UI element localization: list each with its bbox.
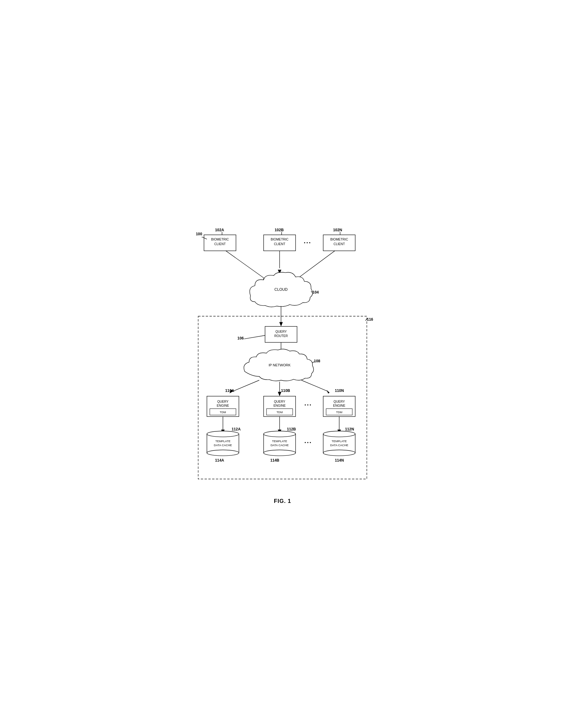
ref-108-label: 108 <box>314 359 320 363</box>
svg-point-76 <box>323 431 355 437</box>
figure-label: FIG. 1 <box>181 498 384 504</box>
svg-point-66 <box>207 450 239 456</box>
svg-text:TEMPLATE: TEMPLATE <box>215 439 230 443</box>
svg-text:ENGINE: ENGINE <box>274 404 286 407</box>
svg-text:TDM: TDM <box>276 410 283 414</box>
svg-text:TDM: TDM <box>220 410 226 414</box>
ref-114a-label: 114A <box>215 458 224 463</box>
svg-text:CLIENT: CLIENT <box>333 242 345 246</box>
svg-text:ENGINE: ENGINE <box>217 404 229 407</box>
svg-text:BIOMETRIC: BIOMETRIC <box>271 238 289 241</box>
ref-116-label: 116 <box>367 317 373 322</box>
svg-point-71 <box>264 450 296 456</box>
template-cache-112a: TEMPLATE DATA CACHE <box>207 431 239 456</box>
svg-text:QUERY: QUERY <box>334 400 345 403</box>
svg-point-70 <box>264 431 296 437</box>
template-cache-112n: TEMPLATE DATA CACHE <box>323 431 355 456</box>
ref-112a-label: 112A <box>232 427 241 431</box>
ref-102b-label: 102B <box>275 228 284 232</box>
ref-110n-label: 110N <box>335 389 344 393</box>
ref-102n-label: 102N <box>333 228 342 232</box>
svg-text:IP NETWORK: IP NETWORK <box>269 363 291 367</box>
template-cache-112b: TEMPLATE DATA CACHE <box>264 431 296 456</box>
ref-114n-label: 114N <box>335 458 344 463</box>
ref-110b-label: 110B <box>281 389 290 393</box>
svg-text:DATA CACHE: DATA CACHE <box>330 443 348 447</box>
diagram-container: BIOMETRIC CLIENT BIOMETRIC CLIENT • • • … <box>175 205 390 523</box>
ref-114b-label: 114B <box>270 458 279 463</box>
svg-text:DATA CACHE: DATA CACHE <box>270 443 289 447</box>
diagram-svg: BIOMETRIC CLIENT BIOMETRIC CLIENT • • • … <box>181 217 384 494</box>
ref-100-label: 100 <box>196 232 202 236</box>
svg-text:CLIENT: CLIENT <box>274 242 286 246</box>
svg-text:CLIENT: CLIENT <box>214 242 226 246</box>
ref-110a-label: 110A <box>225 389 234 393</box>
svg-text:• • •: • • • <box>304 241 311 245</box>
svg-point-77 <box>323 450 355 456</box>
svg-text:TEMPLATE: TEMPLATE <box>272 439 287 443</box>
ref-102a-label: 102A <box>215 228 224 232</box>
svg-text:BIOMETRIC: BIOMETRIC <box>211 238 229 241</box>
svg-text:QUERY: QUERY <box>274 400 285 403</box>
svg-text:DATA CACHE: DATA CACHE <box>214 443 232 447</box>
svg-text:ENGINE: ENGINE <box>333 404 345 407</box>
svg-text:BIOMETRIC: BIOMETRIC <box>330 238 348 241</box>
svg-text:CLOUD: CLOUD <box>274 287 288 292</box>
svg-text:ROUTER: ROUTER <box>274 335 288 338</box>
svg-text:TDM: TDM <box>336 410 343 414</box>
svg-text:QUERY: QUERY <box>275 330 287 333</box>
svg-text:• • •: • • • <box>304 441 311 445</box>
ref-112b-label: 112B <box>287 427 296 431</box>
svg-text:QUERY: QUERY <box>217 400 229 403</box>
svg-text:TEMPLATE: TEMPLATE <box>332 439 347 443</box>
ref-104-label: 104 <box>312 290 319 294</box>
ref-112n-label: 112N <box>345 427 354 431</box>
page: BIOMETRIC CLIENT BIOMETRIC CLIENT • • • … <box>175 205 390 523</box>
svg-point-65 <box>207 431 239 437</box>
ref-106-label: 106 <box>237 336 244 340</box>
svg-text:• • •: • • • <box>304 403 311 407</box>
